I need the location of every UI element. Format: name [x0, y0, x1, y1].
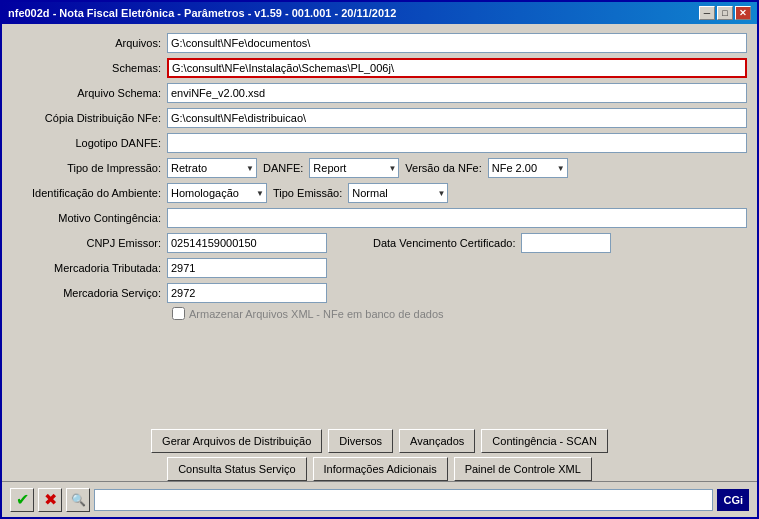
armazenar-checkbox[interactable]: [172, 307, 185, 320]
cnpj-row: CNPJ Emissor: Data Vencimento Certificad…: [12, 232, 747, 254]
mercadoria-tributada-input[interactable]: [167, 258, 327, 278]
mercadoria-tributada-label: Mercadoria Tributada:: [12, 262, 167, 274]
cgi-badge: CGi: [717, 489, 749, 511]
checkmark-button[interactable]: ✔: [10, 488, 34, 512]
avancados-button[interactable]: Avançados: [399, 429, 475, 453]
tipo-impressao-row: Tipo de Impressão: Retrato Paisagem DANF…: [12, 157, 747, 179]
id-ambiente-row: Identificação do Ambiente: Homologação P…: [12, 182, 747, 204]
id-ambiente-select[interactable]: Homologação Produção: [167, 183, 267, 203]
buttons-section: Gerar Arquivos de Distribuição Diversos …: [2, 429, 757, 481]
motivo-row: Motivo Contingência:: [12, 207, 747, 229]
main-window: nfe002d - Nota Fiscal Eletrônica - Parâm…: [0, 0, 759, 519]
mercadoria-servico-row: Mercadoria Serviço:: [12, 282, 747, 304]
schemas-row: Schemas:: [12, 57, 747, 79]
arquivo-schema-row: Arquivo Schema:: [12, 82, 747, 104]
danfe-select-wrapper: Report Outro: [309, 158, 399, 178]
id-ambiente-label: Identificação do Ambiente:: [12, 187, 167, 199]
schemas-input[interactable]: [167, 58, 747, 78]
tipo-emissao-inline-label: Tipo Emissão:: [273, 187, 342, 199]
title-bar-buttons: ─ □ ✕: [699, 6, 751, 20]
x-button[interactable]: ✖: [38, 488, 62, 512]
mercadoria-servico-input[interactable]: [167, 283, 327, 303]
checkbox-label: Armazenar Arquivos XML - NFe em banco de…: [189, 308, 444, 320]
informacoes-button[interactable]: Informações Adicionais: [313, 457, 448, 481]
tipo-emissao-select[interactable]: Normal Contingência: [348, 183, 448, 203]
versao-inline-label: Versão da NFe:: [405, 162, 481, 174]
content-area: Arquivos: Schemas: Arquivo Schema: Cópia…: [2, 24, 757, 425]
bottom-input[interactable]: [94, 489, 713, 511]
search-icon: 🔍: [71, 493, 86, 507]
copia-label: Cópia Distribuição NFe:: [12, 112, 167, 124]
arquivos-label: Arquivos:: [12, 37, 167, 49]
schemas-label: Schemas:: [12, 62, 167, 74]
consulta-button[interactable]: Consulta Status Serviço: [167, 457, 306, 481]
cnpj-inline: Data Vencimento Certificado:: [167, 233, 747, 253]
versao-select[interactable]: NFe 2.00 NFe 3.10: [488, 158, 568, 178]
btn-row-2: Consulta Status Serviço Informações Adic…: [12, 457, 747, 481]
x-icon: ✖: [44, 490, 57, 509]
logotipo-input[interactable]: [167, 133, 747, 153]
motivo-label: Motivo Contingência:: [12, 212, 167, 224]
arquivos-row: Arquivos:: [12, 32, 747, 54]
data-vencimento-input[interactable]: [521, 233, 611, 253]
tipo-impressao-select-wrapper: Retrato Paisagem: [167, 158, 257, 178]
cgi-label: CGi: [723, 494, 743, 506]
logotipo-label: Logotipo DANFE:: [12, 137, 167, 149]
gerar-button[interactable]: Gerar Arquivos de Distribuição: [151, 429, 322, 453]
copia-input[interactable]: [167, 108, 747, 128]
tipo-impressao-select[interactable]: Retrato Paisagem: [167, 158, 257, 178]
checkbox-row: Armazenar Arquivos XML - NFe em banco de…: [12, 307, 747, 320]
logotipo-row: Logotipo DANFE:: [12, 132, 747, 154]
checkmark-icon: ✔: [16, 490, 29, 509]
contingencia-button[interactable]: Contingência - SCAN: [481, 429, 608, 453]
maximize-button[interactable]: □: [717, 6, 733, 20]
close-button[interactable]: ✕: [735, 6, 751, 20]
tipo-impressao-inline: Retrato Paisagem DANFE: Report Outro Ver…: [167, 158, 568, 178]
tipo-emissao-select-wrapper: Normal Contingência: [348, 183, 448, 203]
id-ambiente-inline: Homologação Produção Tipo Emissão: Norma…: [167, 183, 448, 203]
window-title: nfe002d - Nota Fiscal Eletrônica - Parâm…: [8, 7, 396, 19]
danfe-select[interactable]: Report Outro: [309, 158, 399, 178]
mercadoria-tributada-row: Mercadoria Tributada:: [12, 257, 747, 279]
arquivo-schema-input[interactable]: [167, 83, 747, 103]
minimize-button[interactable]: ─: [699, 6, 715, 20]
bottom-bar: ✔ ✖ 🔍 CGi: [2, 481, 757, 517]
motivo-input[interactable]: [167, 208, 747, 228]
btn-row-1: Gerar Arquivos de Distribuição Diversos …: [12, 429, 747, 453]
id-ambiente-select-wrapper: Homologação Produção: [167, 183, 267, 203]
cnpj-label: CNPJ Emissor:: [12, 237, 167, 249]
mercadoria-servico-label: Mercadoria Serviço:: [12, 287, 167, 299]
search-button[interactable]: 🔍: [66, 488, 90, 512]
versao-select-wrapper: NFe 2.00 NFe 3.10: [488, 158, 568, 178]
data-vencimento-label: Data Vencimento Certificado:: [373, 237, 515, 249]
arquivos-input[interactable]: [167, 33, 747, 53]
copia-row: Cópia Distribuição NFe:: [12, 107, 747, 129]
cnpj-input[interactable]: [167, 233, 327, 253]
diversos-button[interactable]: Diversos: [328, 429, 393, 453]
danfe-inline-label: DANFE:: [263, 162, 303, 174]
tipo-impressao-label: Tipo de Impressão:: [12, 162, 167, 174]
arquivo-schema-label: Arquivo Schema:: [12, 87, 167, 99]
title-bar: nfe002d - Nota Fiscal Eletrônica - Parâm…: [2, 2, 757, 24]
painel-button[interactable]: Painel de Controle XML: [454, 457, 592, 481]
